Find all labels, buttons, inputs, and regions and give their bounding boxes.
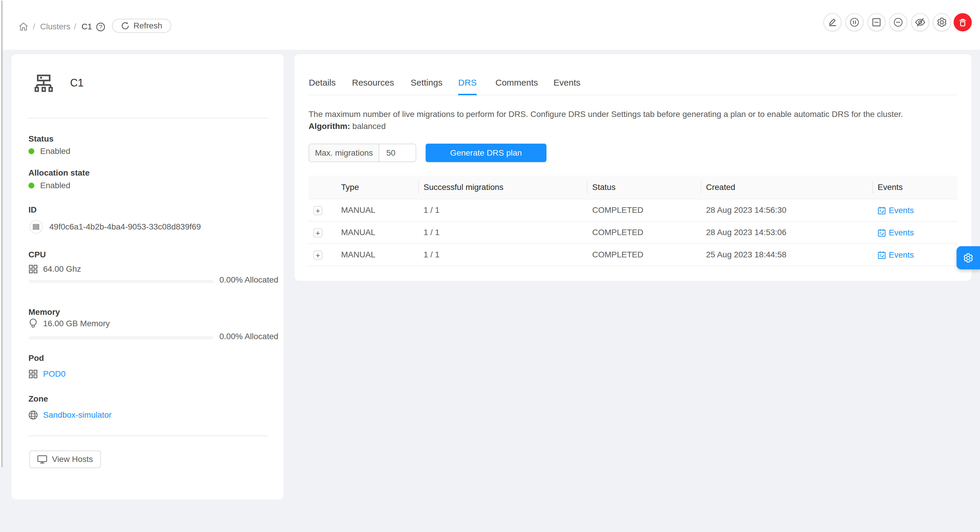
svg-text:?: ? <box>99 24 102 30</box>
